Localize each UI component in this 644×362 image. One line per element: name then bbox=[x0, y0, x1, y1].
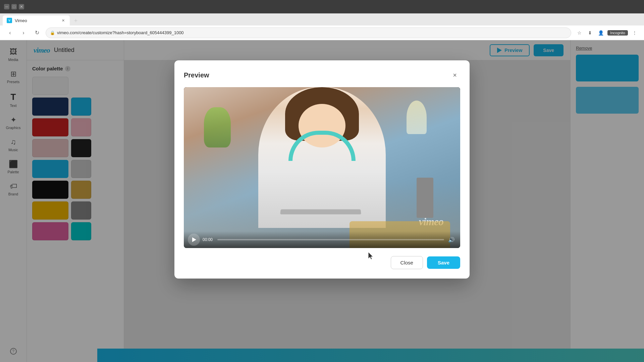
modal-close-button[interactable]: × bbox=[449, 70, 460, 80]
window-maximize-button[interactable]: □ bbox=[11, 4, 17, 9]
video-progress-bar[interactable] bbox=[217, 239, 444, 240]
tab-close-button[interactable]: ✕ bbox=[60, 18, 66, 23]
play-button[interactable] bbox=[188, 234, 200, 246]
address-bar: ‹ › ↻ 🔒 vimeo.com/create/customize?hash=… bbox=[0, 25, 644, 40]
preview-modal: Preview × bbox=[174, 60, 470, 279]
modal-title: Preview bbox=[184, 71, 209, 79]
incognito-badge: Incognito bbox=[607, 30, 628, 36]
desk-item bbox=[417, 178, 433, 218]
browser-titlebar: ─ □ ✕ bbox=[0, 0, 644, 13]
more-options-icon[interactable]: ⋮ bbox=[631, 29, 639, 37]
plant-decor bbox=[204, 107, 231, 147]
modal-footer: Close Save bbox=[184, 256, 460, 269]
time-display: 00:00 bbox=[203, 237, 215, 242]
modal-header: Preview × bbox=[184, 70, 460, 80]
video-player: vimeo 00:00 🔊 bbox=[184, 87, 460, 248]
url-input[interactable]: 🔒 vimeo.com/create/customize?hash=storyb… bbox=[46, 27, 571, 38]
window-controls: ─ □ ✕ bbox=[4, 4, 24, 9]
laptop bbox=[280, 209, 362, 215]
refresh-button[interactable]: ↻ bbox=[32, 28, 42, 38]
tab-bar: V Vimeo ✕ + bbox=[0, 13, 644, 25]
play-icon-triangle bbox=[192, 237, 196, 242]
new-tab-button[interactable]: + bbox=[71, 16, 80, 25]
volume-button[interactable]: 🔊 bbox=[447, 235, 456, 244]
url-action-icons: ☆ ⬇ 👤 Incognito ⋮ bbox=[575, 29, 639, 37]
tab-title: Vimeo bbox=[15, 18, 27, 23]
modal-overlay[interactable]: Preview × bbox=[0, 40, 644, 362]
save-modal-button[interactable]: Save bbox=[427, 256, 460, 269]
window-minimize-button[interactable]: ─ bbox=[4, 4, 9, 9]
window-close-button[interactable]: ✕ bbox=[19, 4, 24, 9]
back-button[interactable]: ‹ bbox=[5, 28, 15, 38]
forward-button[interactable]: › bbox=[19, 28, 28, 38]
download-icon[interactable]: ⬇ bbox=[586, 29, 594, 37]
close-button[interactable]: Close bbox=[391, 256, 423, 269]
profile-icon[interactable]: 👤 bbox=[597, 29, 605, 37]
browser-tab-vimeo[interactable]: V Vimeo ✕ bbox=[3, 15, 70, 25]
video-scene: vimeo bbox=[184, 87, 460, 248]
url-text: vimeo.com/create/customize?hash=storyboa… bbox=[57, 30, 184, 35]
vimeo-favicon: V bbox=[7, 18, 12, 23]
video-controls: 00:00 🔊 bbox=[184, 231, 460, 248]
lamp bbox=[407, 101, 427, 134]
browser-chrome: ─ □ ✕ V Vimeo ✕ + ‹ › ↻ 🔒 vimeo.com/crea… bbox=[0, 0, 644, 40]
bookmark-icon[interactable]: ☆ bbox=[575, 29, 583, 37]
